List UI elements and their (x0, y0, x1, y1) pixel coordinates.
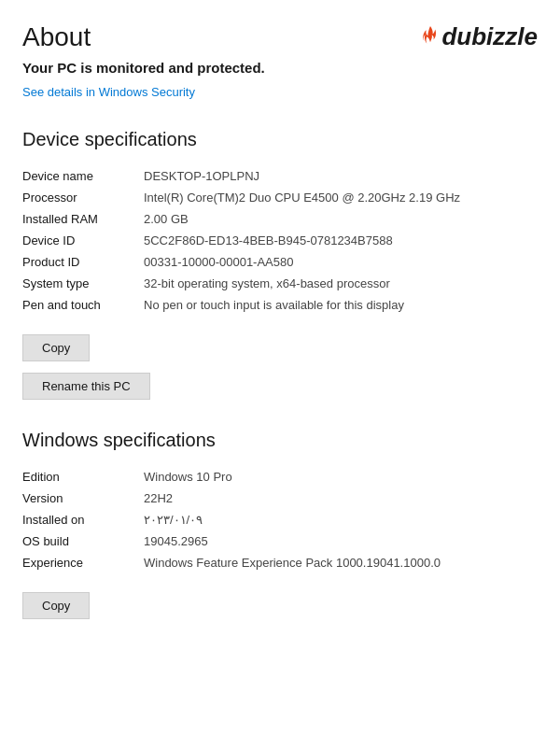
table-row: Installed on٢٠٢٣/٠١/٠٩ (22, 509, 538, 530)
spec-label: OS build (22, 530, 144, 552)
table-row: OS build19045.2965 (22, 530, 538, 552)
table-row: Product ID00331-10000-00001-AA580 (22, 251, 538, 273)
table-row: EditionWindows 10 Pro (22, 466, 538, 488)
logo-text: dubizzle (441, 22, 538, 51)
spec-label: Pen and touch (22, 294, 144, 316)
spec-label: Device name (22, 165, 144, 187)
table-row: Installed RAM2.00 GB (22, 208, 538, 230)
spec-label: Processor (22, 187, 144, 208)
protection-text: Your PC is monitored and protected. (22, 60, 538, 76)
spec-label: Version (22, 488, 144, 509)
spec-value: 19045.2965 (144, 530, 538, 552)
table-row: ProcessorIntel(R) Core(TM)2 Duo CPU E450… (22, 187, 538, 208)
windows-copy-button[interactable]: Copy (22, 592, 90, 619)
table-row: Pen and touchNo pen or touch input is av… (22, 294, 538, 316)
spec-value: No pen or touch input is available for t… (144, 294, 538, 316)
table-row: System type32-bit operating system, x64-… (22, 273, 538, 294)
device-specs-title: Device specifications (22, 129, 538, 150)
spec-value: 32-bit operating system, x64-based proce… (144, 273, 538, 294)
spec-value: 5CC2F86D-ED13-4BEB-B945-0781234B7588 (144, 230, 538, 251)
windows-specs-table: EditionWindows 10 ProVersion22H2Installe… (22, 466, 538, 573)
spec-value: 2.00 GB (144, 208, 538, 230)
table-row: Device nameDESKTOP-1OPLPNJ (22, 165, 538, 187)
table-row: Version22H2 (22, 488, 538, 509)
windows-specs-section: Windows specifications EditionWindows 10… (22, 430, 538, 630)
spec-label: Installed RAM (22, 208, 144, 230)
flame-icon (421, 26, 440, 49)
page-wrapper: About dubizzle Your PC is monitored and … (0, 0, 560, 653)
logo-area: dubizzle (421, 22, 538, 51)
device-copy-button[interactable]: Copy (22, 334, 90, 361)
spec-value: Intel(R) Core(TM)2 Duo CPU E4500 @ 2.20G… (144, 187, 538, 208)
windows-specs-title: Windows specifications (22, 430, 538, 451)
security-link[interactable]: See details in Windows Security (22, 85, 195, 99)
spec-value: 00331-10000-00001-AA580 (144, 251, 538, 273)
spec-value: 22H2 (144, 488, 538, 509)
page-title: About (22, 22, 91, 52)
spec-value: DESKTOP-1OPLPNJ (144, 165, 538, 187)
spec-label: System type (22, 273, 144, 294)
table-row: Device ID5CC2F86D-ED13-4BEB-B945-0781234… (22, 230, 538, 251)
device-specs-table: Device nameDESKTOP-1OPLPNJProcessorIntel… (22, 165, 538, 316)
header-row: About dubizzle (22, 22, 538, 52)
spec-label: Experience (22, 552, 144, 573)
spec-value: Windows 10 Pro (144, 466, 538, 488)
rename-pc-button[interactable]: Rename this PC (22, 373, 150, 400)
spec-label: Product ID (22, 251, 144, 273)
spec-value: Windows Feature Experience Pack 1000.190… (144, 552, 538, 573)
spec-label: Device ID (22, 230, 144, 251)
spec-value: ٢٠٢٣/٠١/٠٩ (144, 509, 538, 530)
table-row: ExperienceWindows Feature Experience Pac… (22, 552, 538, 573)
spec-label: Installed on (22, 509, 144, 530)
spec-label: Edition (22, 466, 144, 488)
